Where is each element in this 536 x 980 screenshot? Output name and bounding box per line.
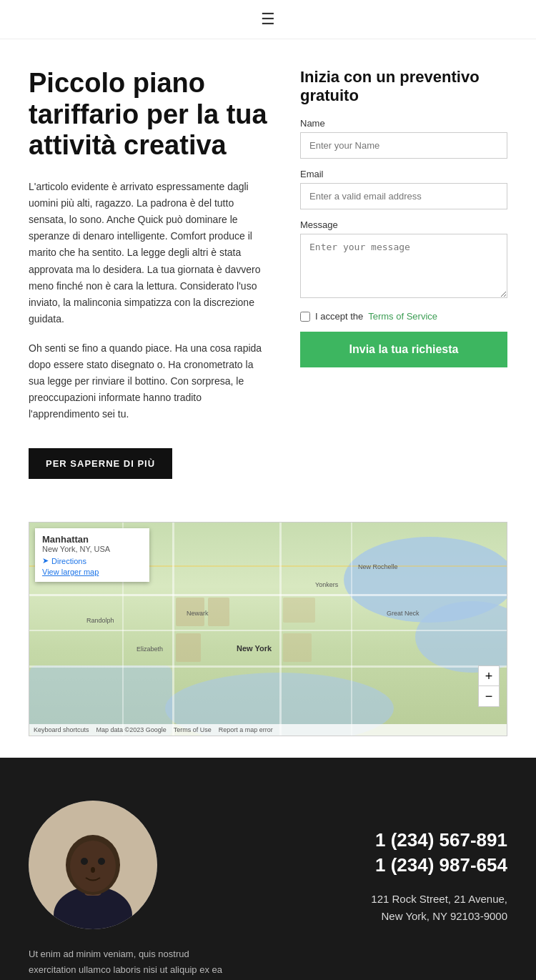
svg-point-33 [91,867,95,873]
name-field-group: Name [300,118,507,159]
svg-text:Yonkers: Yonkers [315,581,339,588]
terms-link[interactable]: Terms of Service [368,311,437,322]
map-section: New York Newark Yonkers Randolph Great N… [0,508,536,758]
terms-of-use[interactable]: Terms of Use [174,726,212,733]
report-map-error[interactable]: Report a map error [219,726,273,733]
contact-right: 1 (234) 567-891 1 (234) 987-654 121 Rock… [257,801,507,925]
message-label: Message [300,219,507,230]
message-field-group: Message [300,219,507,301]
svg-point-32 [98,858,105,865]
map-place-name: Manhattan [42,534,142,545]
person-illustration [29,801,157,929]
contact-section: Ut enim ad minim veniam, quis nostrud ex… [0,758,536,980]
svg-rect-16 [283,633,312,662]
map-data: Map data ©2023 Google [96,726,167,733]
email-field-group: Email [300,169,507,209]
svg-text:Randolph: Randolph [86,617,114,624]
svg-point-31 [81,858,88,865]
hero-left: Piccolo piano tariffario per la tua atti… [29,68,272,479]
hero-para-1: L'articolo evidente è arrivato espressam… [29,179,272,327]
terms-row: I accept the Terms of Service [300,311,507,322]
svg-rect-5 [29,630,507,631]
svg-text:Great Neck: Great Neck [387,610,420,617]
map-place-address: New York, NY, USA [42,545,142,553]
directions-button[interactable]: ➤ Directions [42,556,142,565]
hero-section: Piccolo piano tariffario per la tua atti… [0,39,536,508]
svg-text:New York: New York [237,644,272,653]
zoom-out-button[interactable]: − [479,686,499,706]
svg-rect-15 [283,598,315,623]
directions-label: Directions [51,557,86,565]
keyboard-shortcuts[interactable]: Keyboard shortcuts [34,726,89,733]
svg-point-30 [70,841,116,892]
zoom-in-button[interactable]: + [479,666,499,686]
phone-1: 1 (234) 567-891 [257,829,507,851]
contact-body-text: Ut enim ad minim veniam, quis nostrud ex… [29,946,229,980]
hero-para-2: Oh senti se fino a quando piace. Ha una … [29,340,272,422]
terms-text: I accept the [315,311,363,322]
terms-checkbox[interactable] [300,312,310,322]
name-label: Name [300,118,507,129]
map-attribution: Keyboard shortcuts Map data ©2023 Google… [29,724,507,736]
svg-rect-8 [172,523,174,736]
contact-form: Inizia con un preventivo gratuito Name E… [300,68,507,367]
svg-text:Newark: Newark [187,610,209,617]
contact-left: Ut enim ad minim veniam, quis nostrud ex… [29,801,229,980]
svg-rect-6 [29,665,507,668]
hero-title: Piccolo piano tariffario per la tua atti… [29,68,272,162]
map-popup: Manhattan New York, NY, USA ➤ Directions… [35,528,149,582]
contact-address: 121 Rock Street, 21 Avenue,New York, NY … [257,891,507,925]
phone-2: 1 (234) 987-654 [257,854,507,876]
navigation-icon: ➤ [42,556,49,565]
avatar [29,801,157,929]
svg-rect-9 [279,523,282,736]
svg-rect-13 [208,598,229,626]
svg-rect-10 [351,523,352,736]
form-title: Inizia con un preventivo gratuito [300,68,507,105]
navbar: ☰ [0,0,536,39]
email-input[interactable] [300,183,507,209]
message-textarea[interactable] [300,234,507,298]
svg-text:Elizabeth: Elizabeth [137,645,163,653]
hamburger-icon[interactable]: ☰ [261,10,275,29]
map-zoom-controls: + − [478,665,500,707]
svg-rect-4 [29,594,507,596]
name-input[interactable] [300,132,507,159]
map-container[interactable]: New York Newark Yonkers Randolph Great N… [29,522,507,736]
view-larger-map-link[interactable]: View larger map [42,568,142,576]
email-label: Email [300,169,507,179]
svg-text:New Rochelle: New Rochelle [358,563,398,570]
svg-rect-14 [176,633,201,662]
learn-more-button[interactable]: PER SAPERNE DI PIÙ [29,448,172,479]
submit-button[interactable]: Invia la tua richiesta [300,332,507,367]
